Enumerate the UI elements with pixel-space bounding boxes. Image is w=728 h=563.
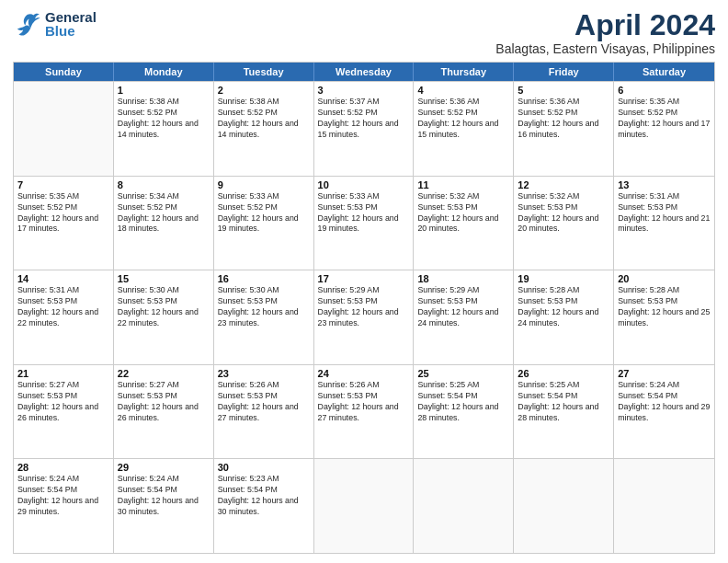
main-title: April 2024 <box>495 9 715 41</box>
header-friday: Friday <box>514 63 614 81</box>
day-number: 10 <box>318 179 410 190</box>
cal-cell-r3-c0: 21Sunrise: 5:27 AMSunset: 5:53 PMDayligh… <box>14 365 114 459</box>
calendar-header: Sunday Monday Tuesday Wednesday Thursday… <box>14 63 714 81</box>
day-info: Sunrise: 5:27 AMSunset: 5:53 PMDaylight:… <box>17 380 109 424</box>
day-info: Sunrise: 5:30 AMSunset: 5:53 PMDaylight:… <box>218 285 310 329</box>
day-info: Sunrise: 5:24 AMSunset: 5:54 PMDaylight:… <box>17 474 109 518</box>
day-number: 28 <box>17 462 109 473</box>
header-saturday: Saturday <box>614 63 714 81</box>
day-info: Sunrise: 5:24 AMSunset: 5:54 PMDaylight:… <box>118 474 210 518</box>
header-sunday: Sunday <box>14 63 114 81</box>
day-number: 1 <box>118 85 210 96</box>
day-info: Sunrise: 5:32 AMSunset: 5:53 PMDaylight:… <box>417 191 509 236</box>
logo-text: General Blue <box>45 10 97 38</box>
day-info: Sunrise: 5:35 AMSunset: 5:52 PMDaylight:… <box>618 97 711 141</box>
cal-cell-r4-c2: 30Sunrise: 5:23 AMSunset: 5:54 PMDayligh… <box>214 459 314 553</box>
day-number: 14 <box>17 273 109 284</box>
cal-cell-r3-c4: 25Sunrise: 5:25 AMSunset: 5:54 PMDayligh… <box>414 365 514 459</box>
day-number: 24 <box>318 368 410 379</box>
cal-cell-r4-c1: 29Sunrise: 5:24 AMSunset: 5:54 PMDayligh… <box>114 459 214 553</box>
day-number: 7 <box>17 179 109 190</box>
logo-blue-text: Blue <box>45 24 97 38</box>
day-number: 22 <box>118 368 210 379</box>
cal-cell-r1-c0: 7Sunrise: 5:35 AMSunset: 5:52 PMDaylight… <box>14 177 114 270</box>
day-number: 3 <box>318 85 410 96</box>
cal-cell-r2-c4: 18Sunrise: 5:29 AMSunset: 5:53 PMDayligh… <box>414 270 514 364</box>
cal-cell-r1-c2: 9Sunrise: 5:33 AMSunset: 5:52 PMDaylight… <box>214 177 314 270</box>
day-number: 9 <box>218 179 310 190</box>
day-info: Sunrise: 5:36 AMSunset: 5:52 PMDaylight:… <box>518 97 609 141</box>
header-tuesday: Tuesday <box>214 63 314 81</box>
logo-icon <box>13 9 42 39</box>
day-number: 16 <box>218 273 310 284</box>
header-thursday: Thursday <box>414 63 514 81</box>
cal-cell-r2-c1: 15Sunrise: 5:30 AMSunset: 5:53 PMDayligh… <box>114 270 214 364</box>
calendar: Sunday Monday Tuesday Wednesday Thursday… <box>13 62 715 554</box>
day-info: Sunrise: 5:23 AMSunset: 5:54 PMDaylight:… <box>218 474 310 518</box>
cal-cell-r4-c3 <box>314 459 415 553</box>
day-number: 4 <box>417 85 509 96</box>
day-number: 2 <box>218 85 310 96</box>
header: General Blue April 2024 Balagtas, Easter… <box>13 9 715 56</box>
day-number: 25 <box>417 368 509 379</box>
calendar-row-1: 1Sunrise: 5:38 AMSunset: 5:52 PMDaylight… <box>14 81 714 176</box>
cal-cell-r1-c3: 10Sunrise: 5:33 AMSunset: 5:53 PMDayligh… <box>314 177 415 270</box>
day-number: 23 <box>218 368 310 379</box>
cal-cell-r2-c3: 17Sunrise: 5:29 AMSunset: 5:53 PMDayligh… <box>314 270 415 364</box>
day-number: 8 <box>118 179 210 190</box>
cal-cell-r1-c4: 11Sunrise: 5:32 AMSunset: 5:53 PMDayligh… <box>414 177 514 270</box>
cal-cell-r0-c6: 6Sunrise: 5:35 AMSunset: 5:52 PMDaylight… <box>614 82 714 176</box>
day-number: 15 <box>118 273 210 284</box>
day-number: 13 <box>618 179 711 190</box>
day-info: Sunrise: 5:31 AMSunset: 5:53 PMDaylight:… <box>618 191 711 236</box>
day-info: Sunrise: 5:26 AMSunset: 5:53 PMDaylight:… <box>218 380 310 424</box>
day-number: 30 <box>218 462 310 473</box>
day-info: Sunrise: 5:26 AMSunset: 5:53 PMDaylight:… <box>318 380 410 424</box>
cal-cell-r1-c6: 13Sunrise: 5:31 AMSunset: 5:53 PMDayligh… <box>614 177 714 270</box>
day-number: 27 <box>618 368 711 379</box>
header-wednesday: Wednesday <box>314 63 415 81</box>
cal-cell-r3-c6: 27Sunrise: 5:24 AMSunset: 5:54 PMDayligh… <box>614 365 714 459</box>
day-info: Sunrise: 5:30 AMSunset: 5:53 PMDaylight:… <box>118 285 210 329</box>
calendar-row-2: 7Sunrise: 5:35 AMSunset: 5:52 PMDaylight… <box>14 176 714 270</box>
day-number: 19 <box>518 273 609 284</box>
logo-general-text: General <box>45 10 97 24</box>
day-info: Sunrise: 5:36 AMSunset: 5:52 PMDaylight:… <box>417 97 509 141</box>
cal-cell-r2-c6: 20Sunrise: 5:28 AMSunset: 5:53 PMDayligh… <box>614 270 714 364</box>
day-info: Sunrise: 5:25 AMSunset: 5:54 PMDaylight:… <box>518 380 609 424</box>
day-info: Sunrise: 5:25 AMSunset: 5:54 PMDaylight:… <box>417 380 509 424</box>
day-number: 6 <box>618 85 711 96</box>
cal-cell-r2-c0: 14Sunrise: 5:31 AMSunset: 5:53 PMDayligh… <box>14 270 114 364</box>
calendar-row-5: 28Sunrise: 5:24 AMSunset: 5:54 PMDayligh… <box>14 458 714 553</box>
day-info: Sunrise: 5:28 AMSunset: 5:53 PMDaylight:… <box>518 285 609 329</box>
day-info: Sunrise: 5:35 AMSunset: 5:52 PMDaylight:… <box>17 191 109 236</box>
page: General Blue April 2024 Balagtas, Easter… <box>0 0 728 563</box>
day-info: Sunrise: 5:38 AMSunset: 5:52 PMDaylight:… <box>118 97 210 141</box>
cal-cell-r4-c5 <box>514 459 614 553</box>
cal-cell-r0-c4: 4Sunrise: 5:36 AMSunset: 5:52 PMDaylight… <box>414 82 514 176</box>
cal-cell-r3-c5: 26Sunrise: 5:25 AMSunset: 5:54 PMDayligh… <box>514 365 614 459</box>
day-info: Sunrise: 5:33 AMSunset: 5:53 PMDaylight:… <box>318 191 410 236</box>
day-number: 5 <box>518 85 609 96</box>
day-number: 21 <box>17 368 109 379</box>
day-number: 17 <box>318 273 410 284</box>
calendar-row-4: 21Sunrise: 5:27 AMSunset: 5:53 PMDayligh… <box>14 364 714 459</box>
cal-cell-r2-c2: 16Sunrise: 5:30 AMSunset: 5:53 PMDayligh… <box>214 270 314 364</box>
cal-cell-r3-c1: 22Sunrise: 5:27 AMSunset: 5:53 PMDayligh… <box>114 365 214 459</box>
logo: General Blue <box>13 9 97 39</box>
day-info: Sunrise: 5:38 AMSunset: 5:52 PMDaylight:… <box>218 97 310 141</box>
day-info: Sunrise: 5:29 AMSunset: 5:53 PMDaylight:… <box>417 285 509 329</box>
day-info: Sunrise: 5:29 AMSunset: 5:53 PMDaylight:… <box>318 285 410 329</box>
cal-cell-r4-c6 <box>614 459 714 553</box>
day-info: Sunrise: 5:31 AMSunset: 5:53 PMDaylight:… <box>17 285 109 329</box>
subtitle: Balagtas, Eastern Visayas, Philippines <box>495 41 715 56</box>
day-number: 12 <box>518 179 609 190</box>
cal-cell-r1-c5: 12Sunrise: 5:32 AMSunset: 5:53 PMDayligh… <box>514 177 614 270</box>
cal-cell-r1-c1: 8Sunrise: 5:34 AMSunset: 5:52 PMDaylight… <box>114 177 214 270</box>
cal-cell-r0-c3: 3Sunrise: 5:37 AMSunset: 5:52 PMDaylight… <box>314 82 415 176</box>
cal-cell-r0-c0 <box>14 82 114 176</box>
day-number: 18 <box>417 273 509 284</box>
day-info: Sunrise: 5:32 AMSunset: 5:53 PMDaylight:… <box>518 191 609 236</box>
day-info: Sunrise: 5:33 AMSunset: 5:52 PMDaylight:… <box>218 191 310 236</box>
cal-cell-r0-c2: 2Sunrise: 5:38 AMSunset: 5:52 PMDaylight… <box>214 82 314 176</box>
